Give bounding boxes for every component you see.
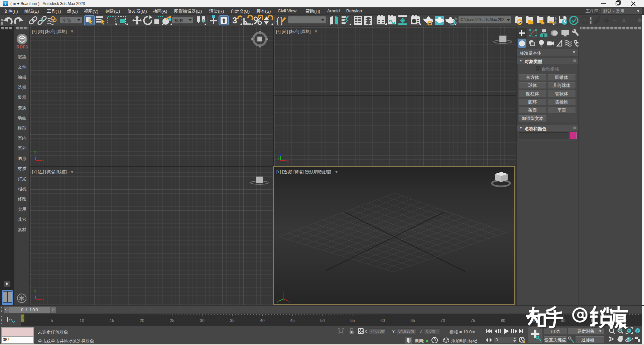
svg-text:3: 3 [232,15,237,25]
svg-text:y: y [277,300,279,303]
svg-text:z: z [33,296,35,299]
svg-text:3: 3 [4,1,6,5]
svg-text:y: y [278,156,279,160]
svg-text:x: x [287,159,289,162]
svg-text:y: y [34,150,36,154]
svg-text:x: x [42,159,44,162]
svg-text:z: z [282,290,284,293]
svg-text:z: z [33,157,35,160]
svg-text:z: z [279,150,281,154]
svg-text:y: y [34,289,36,293]
svg-text:x: x [288,300,290,303]
svg-text:x: x [42,298,44,301]
svg-text:{: { [276,16,279,25]
